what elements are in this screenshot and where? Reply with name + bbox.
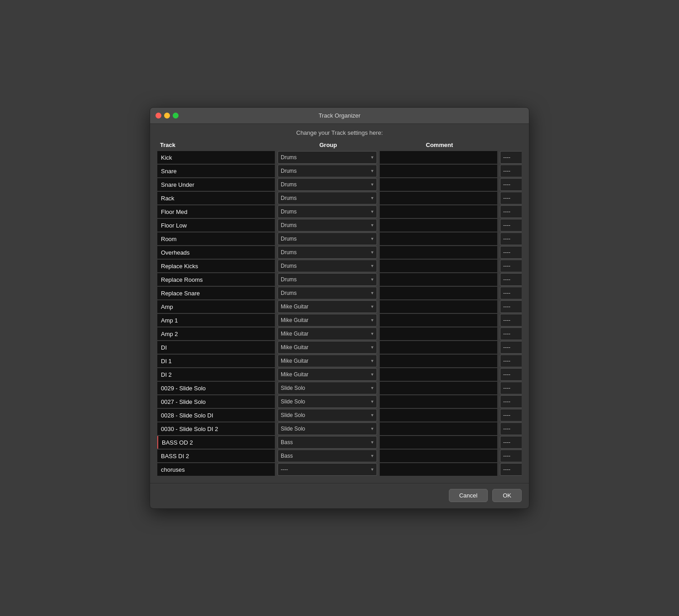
table-row: 0029 - Slide SoloSlide Solo----: [157, 382, 522, 394]
main-content: Change your Track settings here: Track G…: [150, 124, 529, 483]
comment-field: [380, 151, 497, 164]
group-select-wrapper: Drums: [278, 219, 377, 232]
group-select[interactable]: Drums: [278, 165, 377, 177]
group-select[interactable]: Drums: [278, 232, 377, 245]
color-select-wrapper: ----: [500, 246, 522, 259]
color-select[interactable]: ----: [500, 355, 522, 367]
group-select[interactable]: Drums: [278, 151, 377, 164]
group-select[interactable]: Mike Guitar: [278, 314, 377, 327]
color-select[interactable]: ----: [500, 450, 522, 462]
close-button[interactable]: [156, 113, 161, 118]
comment-col-header: Comment: [381, 141, 498, 149]
table-row: Replace SnareDrums----: [157, 287, 522, 299]
comment-field: [380, 287, 497, 299]
comment-field: [380, 246, 497, 259]
comment-field: [380, 205, 497, 218]
group-select[interactable]: Drums: [278, 260, 377, 272]
track-col-header: Track: [158, 141, 276, 149]
color-select-wrapper: ----: [500, 219, 522, 232]
group-select[interactable]: Drums: [278, 178, 377, 191]
color-select[interactable]: ----: [500, 246, 522, 259]
color-select[interactable]: ----: [500, 395, 522, 408]
group-select[interactable]: Drums: [278, 287, 377, 299]
color-select[interactable]: ----: [500, 232, 522, 245]
track-name: Room: [157, 232, 275, 245]
color-select[interactable]: ----: [500, 178, 522, 191]
group-select[interactable]: Slide Solo: [278, 422, 377, 435]
maximize-button[interactable]: [173, 113, 179, 118]
color-select[interactable]: ----: [500, 205, 522, 218]
comment-field: [380, 409, 497, 422]
group-select[interactable]: Slide Solo: [278, 409, 377, 422]
track-name: 0027 - Slide Solo: [157, 395, 275, 408]
group-select[interactable]: Drums: [278, 219, 377, 232]
color-select-wrapper: ----: [500, 178, 522, 191]
group-select[interactable]: Drums: [278, 205, 377, 218]
color-select-wrapper: ----: [500, 151, 522, 164]
group-select-wrapper: Mike Guitar: [278, 300, 377, 313]
group-select[interactable]: Slide Solo: [278, 395, 377, 408]
group-select[interactable]: Bass: [278, 450, 377, 462]
group-select[interactable]: Slide Solo: [278, 382, 377, 394]
track-name: Replace Snare: [157, 287, 275, 299]
color-select[interactable]: ----: [500, 300, 522, 313]
group-select[interactable]: Bass: [278, 436, 377, 449]
color-select-wrapper: ----: [500, 463, 522, 476]
color-select-wrapper: ----: [500, 165, 522, 177]
comment-field: [380, 300, 497, 313]
table-row: 0028 - Slide Solo DISlide Solo----: [157, 409, 522, 422]
color-select-wrapper: ----: [500, 205, 522, 218]
color-select[interactable]: ----: [500, 327, 522, 340]
group-select[interactable]: Mike Guitar: [278, 327, 377, 340]
table-row: choruses--------: [157, 463, 522, 476]
group-select-wrapper: Drums: [278, 232, 377, 245]
track-name: DI 1: [157, 355, 275, 367]
group-select[interactable]: ----: [278, 463, 377, 476]
color-select-wrapper: ----: [500, 368, 522, 381]
group-select[interactable]: Drums: [278, 246, 377, 259]
group-select[interactable]: Mike Guitar: [278, 300, 377, 313]
color-select[interactable]: ----: [500, 409, 522, 422]
color-select[interactable]: ----: [500, 314, 522, 327]
color-select[interactable]: ----: [500, 192, 522, 204]
group-select[interactable]: Mike Guitar: [278, 341, 377, 354]
group-select-wrapper: Mike Guitar: [278, 341, 377, 354]
comment-field: [380, 368, 497, 381]
color-select-wrapper: ----: [500, 436, 522, 449]
table-row: SnareDrums----: [157, 165, 522, 177]
color-select[interactable]: ----: [500, 151, 522, 164]
group-select-wrapper: Drums: [278, 151, 377, 164]
color-select[interactable]: ----: [500, 422, 522, 435]
color-select[interactable]: ----: [500, 368, 522, 381]
comment-field: [380, 260, 497, 272]
comment-field: [380, 382, 497, 394]
color-select-wrapper: ----: [500, 395, 522, 408]
group-select[interactable]: Drums: [278, 273, 377, 286]
table-row: Replace RoomsDrums----: [157, 273, 522, 286]
group-select[interactable]: Drums: [278, 192, 377, 204]
group-select-wrapper: Mike Guitar: [278, 314, 377, 327]
color-select-wrapper: ----: [500, 232, 522, 245]
color-select[interactable]: ----: [500, 463, 522, 476]
track-name: DI: [157, 341, 275, 354]
group-select-wrapper: Slide Solo: [278, 395, 377, 408]
color-select-wrapper: ----: [500, 450, 522, 462]
table-row: Replace KicksDrums----: [157, 260, 522, 272]
cancel-button[interactable]: Cancel: [449, 489, 488, 502]
color-select[interactable]: ----: [500, 436, 522, 449]
color-select[interactable]: ----: [500, 341, 522, 354]
color-select[interactable]: ----: [500, 382, 522, 394]
color-select[interactable]: ----: [500, 165, 522, 177]
group-select[interactable]: Mike Guitar: [278, 355, 377, 367]
group-select-wrapper: Bass: [278, 436, 377, 449]
color-select[interactable]: ----: [500, 273, 522, 286]
color-select[interactable]: ----: [500, 287, 522, 299]
ok-button[interactable]: OK: [492, 489, 522, 502]
group-select[interactable]: Mike Guitar: [278, 368, 377, 381]
minimize-button[interactable]: [164, 113, 170, 118]
color-select[interactable]: ----: [500, 219, 522, 232]
color-select-wrapper: ----: [500, 192, 522, 204]
color-select[interactable]: ----: [500, 260, 522, 272]
track-name: Replace Kicks: [157, 260, 275, 272]
group-select-wrapper: Drums: [278, 165, 377, 177]
